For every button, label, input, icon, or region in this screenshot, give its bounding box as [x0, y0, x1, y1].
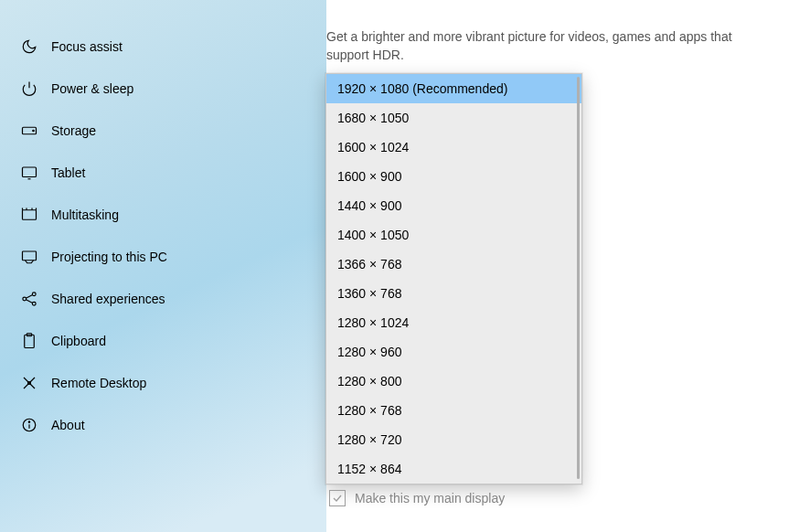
- resolution-option[interactable]: 1600 × 900: [326, 162, 581, 191]
- tablet-icon: [20, 164, 38, 182]
- clipboard-icon: [20, 332, 38, 350]
- sidebar-item-shared-exp[interactable]: Shared experiences: [0, 278, 326, 320]
- svg-rect-2: [23, 167, 37, 177]
- resolution-option[interactable]: 1280 × 800: [326, 367, 581, 396]
- svg-rect-4: [23, 251, 37, 261]
- sidebar-item-remote-desktop[interactable]: Remote Desktop: [0, 362, 326, 404]
- resolution-option[interactable]: 1280 × 720: [326, 425, 581, 454]
- sidebar-item-storage[interactable]: Storage: [0, 110, 326, 152]
- sidebar-item-about[interactable]: About: [0, 404, 326, 446]
- svg-rect-8: [25, 335, 35, 347]
- sidebar-item-label: Projecting to this PC: [51, 250, 167, 264]
- resolution-dropdown[interactable]: 1920 × 1080 (Recommended)1680 × 10501600…: [325, 73, 582, 484]
- resolution-option[interactable]: 1600 × 1024: [326, 133, 581, 162]
- resolution-option[interactable]: 1400 × 1050: [326, 220, 581, 250]
- svg-point-13: [28, 421, 29, 422]
- sidebar-item-multitasking[interactable]: Multitasking: [0, 194, 326, 236]
- share-icon: [20, 290, 38, 308]
- sidebar-item-label: Clipboard: [51, 334, 106, 348]
- moon-icon: [20, 37, 38, 56]
- sidebar-item-projecting[interactable]: Projecting to this PC: [0, 236, 326, 278]
- remote-icon: [20, 374, 38, 392]
- resolution-option[interactable]: 1366 × 768: [326, 250, 581, 279]
- resolution-option[interactable]: 1920 × 1080 (Recommended): [326, 74, 581, 103]
- sidebar-item-focus-assist[interactable]: Focus assist: [0, 26, 326, 68]
- hdr-description: Get a brighter and more vibrant picture …: [326, 27, 765, 65]
- resolution-option[interactable]: 1440 × 900: [326, 191, 581, 220]
- sidebar-item-label: Multitasking: [51, 207, 119, 222]
- sidebar-item-label: Shared experiences: [51, 292, 165, 306]
- project-icon: [20, 248, 38, 266]
- resolution-option[interactable]: 1152 × 864: [326, 454, 581, 484]
- sidebar-item-tablet[interactable]: Tablet: [0, 152, 326, 194]
- sidebar-item-label: Focus assist: [51, 39, 123, 54]
- sidebar-item-clipboard[interactable]: Clipboard: [0, 320, 326, 362]
- sidebar-item-label: Power & sleep: [51, 81, 133, 96]
- main-display-checkbox-label: Make this my main display: [355, 491, 505, 505]
- resolution-option[interactable]: 1680 × 1050: [326, 103, 581, 133]
- svg-point-10: [28, 382, 31, 385]
- sidebar-item-label: Storage: [51, 123, 96, 138]
- settings-sidebar: Focus assist Power & sleep Storage Table…: [0, 0, 326, 532]
- power-icon: [20, 80, 38, 98]
- storage-icon: [20, 122, 38, 140]
- svg-point-5: [23, 297, 27, 301]
- info-icon: [20, 416, 38, 434]
- main-display-checkbox-row: Make this my main display: [329, 490, 505, 506]
- svg-rect-3: [23, 210, 37, 220]
- svg-point-7: [32, 302, 36, 305]
- svg-point-6: [32, 293, 36, 296]
- resolution-option[interactable]: 1280 × 768: [326, 396, 581, 425]
- sidebar-item-label: Remote Desktop: [51, 376, 146, 390]
- resolution-option[interactable]: 1360 × 768: [326, 279, 581, 308]
- svg-point-1: [33, 130, 35, 132]
- main-display-checkbox: [329, 490, 346, 506]
- resolution-option[interactable]: 1280 × 960: [326, 337, 581, 367]
- sidebar-item-power-sleep[interactable]: Power & sleep: [0, 68, 326, 110]
- resolution-option[interactable]: 1280 × 1024: [326, 308, 581, 337]
- dropdown-scrollbar[interactable]: [577, 77, 580, 479]
- sidebar-item-label: Tablet: [51, 165, 85, 180]
- multitask-icon: [20, 206, 38, 224]
- sidebar-item-label: About: [51, 418, 85, 432]
